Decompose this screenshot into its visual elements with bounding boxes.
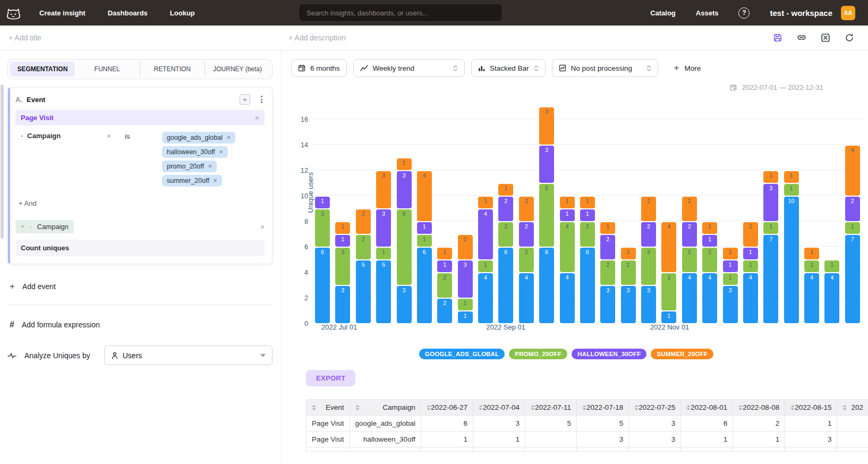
segment-promo_20off[interactable]: 1 <box>784 184 799 196</box>
bar-2022-09-05[interactable]: 4222 <box>519 196 534 323</box>
tab-segmentation[interactable]: SEGMENTATION <box>10 62 75 77</box>
segment-google_ads_global[interactable]: 6 <box>498 248 513 323</box>
segment-promo_20off[interactable]: 1 <box>763 222 778 234</box>
segment-summer_20off[interactable]: 1 <box>702 222 717 234</box>
chart-type-select[interactable]: Stacked Bar <box>471 59 546 77</box>
segment-google_ads_global[interactable]: 7 <box>845 235 860 323</box>
filter-value-chip[interactable]: halloween_30off× <box>162 146 228 158</box>
remove-chip-icon[interactable]: × <box>219 149 223 155</box>
column-header-2022-07-25[interactable]: 2022-07-25 <box>629 400 681 416</box>
bar-2022-06-27[interactable]: 631 <box>315 196 330 323</box>
segment-promo_20off[interactable]: 2 <box>682 248 697 272</box>
segment-promo_20off[interactable]: 2 <box>702 248 717 272</box>
segment-google_ads_global[interactable]: 1 <box>661 311 676 323</box>
segment-google_ads_global[interactable]: 4 <box>682 273 697 323</box>
bar-2022-07-11[interactable]: 522 <box>356 208 371 323</box>
workspace-name[interactable]: test - workspace <box>770 9 832 18</box>
bar-2022-10-31[interactable]: 4222 <box>682 196 697 323</box>
segment-summer_20off[interactable]: 1 <box>784 171 799 183</box>
segment-promo_20off[interactable]: 1 <box>417 235 432 247</box>
sort-icon[interactable] <box>843 405 847 410</box>
segment-halloween_30off[interactable]: 3 <box>763 184 778 221</box>
remove-filter-icon[interactable]: × <box>107 132 125 140</box>
segment-promo_20off[interactable]: 3 <box>661 273 676 310</box>
segment-promo_20off[interactable]: 4 <box>560 222 575 272</box>
segment-promo_20off[interactable]: 2 <box>498 222 513 247</box>
sort-icon[interactable] <box>582 405 586 410</box>
segment-halloween_30off[interactable]: 1 <box>335 235 350 247</box>
bar-2022-10-10[interactable]: 321 <box>621 247 636 323</box>
segment-promo_20off[interactable]: 3 <box>335 248 350 285</box>
segment-google_ads_global[interactable]: 6 <box>580 248 595 323</box>
segment-halloween_30off[interactable]: 1 <box>437 260 452 272</box>
segment-promo_20off[interactable]: 1 <box>824 260 839 272</box>
segment-google_ads_global[interactable]: 4 <box>702 273 717 323</box>
segment-google_ads_global[interactable]: 4 <box>804 273 819 323</box>
segment-summer_20off[interactable]: 1 <box>804 248 819 259</box>
filter-value-chip[interactable]: promo_20off× <box>162 161 217 172</box>
sort-icon[interactable] <box>531 405 535 410</box>
segment-summer_20off[interactable]: 1 <box>560 197 575 208</box>
aggregation-row[interactable]: Count uniques <box>15 240 265 256</box>
segment-google_ads_global[interactable]: 7 <box>763 235 778 323</box>
bar-2022-12-12[interactable]: 411 <box>804 247 819 323</box>
bar-2022-11-07[interactable]: 4211 <box>702 221 717 323</box>
segment-google_ads_global[interactable]: 3 <box>641 286 656 323</box>
segment-summer_20off[interactable]: 2 <box>458 235 473 259</box>
event-select-row[interactable]: Page Visit × <box>15 110 265 125</box>
column-header-2022-08-15[interactable]: 2022-08-15 <box>785 400 837 416</box>
remove-breakdown-row-icon[interactable]: × <box>260 223 265 231</box>
tab-journey-beta-[interactable]: JOURNEY (beta) <box>205 62 270 77</box>
segment-halloween_30off[interactable]: 1 <box>743 248 758 259</box>
bar-2022-12-26[interactable]: 7124 <box>845 145 860 323</box>
segment-summer_20off[interactable]: 1 <box>580 197 595 208</box>
segment-summer_20off[interactable]: 1 <box>723 248 738 259</box>
segment-promo_20off[interactable]: 1 <box>458 299 473 310</box>
segment-google_ads_global[interactable]: 3 <box>621 286 636 323</box>
date-window-button[interactable]: 6 months <box>291 59 347 77</box>
sort-icon[interactable] <box>312 405 316 410</box>
bar-2022-07-04[interactable]: 3311 <box>335 221 350 323</box>
sort-icon[interactable] <box>355 405 360 410</box>
segment-promo_20off[interactable]: 1 <box>845 222 860 234</box>
segment-halloween_30off[interactable]: 3 <box>458 260 473 298</box>
segment-summer_20off[interactable]: 1 <box>621 248 636 259</box>
sort-icon[interactable] <box>686 405 691 410</box>
sort-icon[interactable] <box>738 405 743 410</box>
segment-halloween_30off[interactable]: 2 <box>641 222 656 247</box>
segment-google_ads_global[interactable]: 4 <box>478 273 493 323</box>
bar-2022-08-22[interactable]: 4141 <box>478 196 493 323</box>
bar-2022-08-08[interactable]: 2211 <box>437 247 452 323</box>
segment-promo_20off[interactable]: 2 <box>356 235 371 259</box>
add-filter-icon[interactable]: + <box>240 94 250 105</box>
tab-funnel[interactable]: FUNNEL <box>75 62 140 77</box>
filter-property[interactable]: ·Campaign <box>15 132 107 140</box>
bar-2022-09-26[interactable]: 6211 <box>580 196 595 323</box>
segment-promo_20off[interactable]: 2 <box>519 248 534 272</box>
nav-catalog[interactable]: Catalog <box>650 9 676 17</box>
segment-halloween_30off[interactable]: 3 <box>376 209 391 247</box>
segment-promo_20off[interactable]: 1 <box>723 273 738 285</box>
bar-2022-10-17[interactable]: 3322 <box>641 196 656 323</box>
segment-google_ads_global[interactable]: 3 <box>397 286 412 323</box>
legend-halloween_30off[interactable]: HALLOWEEN_30OFF <box>572 349 646 359</box>
segment-promo_20off[interactable]: 3 <box>641 248 656 285</box>
segment-halloween_30off[interactable]: 1 <box>580 209 595 221</box>
save-icon[interactable] <box>773 33 782 43</box>
filter-value-chip[interactable]: summer_20off× <box>162 175 222 187</box>
segment-halloween_30off[interactable]: 1 <box>723 260 738 272</box>
sort-icon[interactable] <box>427 405 431 410</box>
date-range-display[interactable]: 2022-07-01 — 2022-12-31 <box>291 83 868 91</box>
add-title-button[interactable]: + Add title <box>8 33 41 42</box>
bar-2022-07-25[interactable]: 3631 <box>397 157 412 323</box>
bar-2022-07-18[interactable]: 5133 <box>376 170 391 323</box>
breakdown-chip[interactable]: × · Campaign <box>15 220 74 233</box>
segment-halloween_30off[interactable]: 2 <box>498 197 513 221</box>
segment-summer_20off[interactable]: 3 <box>539 107 554 145</box>
segment-summer_20off[interactable]: 1 <box>397 158 412 170</box>
segment-summer_20off[interactable]: 1 <box>498 184 513 196</box>
segment-halloween_30off[interactable]: 4 <box>478 209 493 259</box>
segment-google_ads_global[interactable]: 5 <box>376 260 391 323</box>
segment-halloween_30off[interactable]: 1 <box>315 197 330 208</box>
sidebar-scrollbar[interactable] <box>1 85 4 239</box>
